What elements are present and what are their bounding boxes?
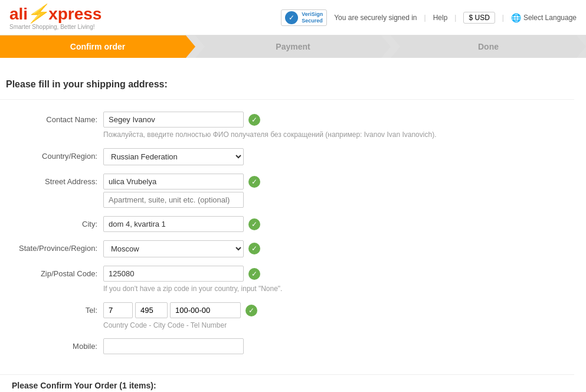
logo-area: ali⚡xpress Smarter Shopping, Better Livi… xyxy=(9,5,102,30)
contact-name-hint: Пожалуйста, введите полностью ФИО получа… xyxy=(103,130,436,140)
progress-step-payment: Payment xyxy=(195,35,391,58)
divider3: | xyxy=(502,14,504,22)
header-right: ✓ VeriSignSecured You are securely signe… xyxy=(281,9,577,26)
state-input-group: Moscow ✓ xyxy=(103,240,260,257)
contact-name-valid-icon: ✓ xyxy=(248,114,260,126)
street-valid-icon: ✓ xyxy=(248,176,260,188)
logo: ali⚡xpress xyxy=(9,5,102,22)
logo-express-text: xpress xyxy=(48,5,102,23)
tel-hint: Country Code - City Code - Tel Number xyxy=(103,321,257,331)
progress-bar: Confirm order Payment Done xyxy=(0,35,586,58)
city-field: ✓ xyxy=(103,216,260,232)
tel-city-input[interactable] xyxy=(135,302,168,318)
logo-lightning: ⚡ xyxy=(27,5,48,22)
contact-name-input[interactable] xyxy=(103,112,244,128)
street-field: ✓ xyxy=(103,174,260,208)
street-label: Street Address: xyxy=(12,174,103,186)
state-valid-icon: ✓ xyxy=(248,243,260,254)
mobile-field xyxy=(103,338,244,354)
country-field: Russian Federation xyxy=(103,148,244,165)
logo-ali-text: ali xyxy=(9,5,28,23)
header: ali⚡xpress Smarter Shopping, Better Livi… xyxy=(0,0,586,35)
verisign-check-icon: ✓ xyxy=(285,11,298,24)
street-input-2[interactable] xyxy=(103,192,244,208)
country-label: Country/Region: xyxy=(12,148,103,161)
zip-field: ✓ If you don't have a zip code in your c… xyxy=(103,266,282,294)
street-input[interactable] xyxy=(103,174,244,190)
main-content: Please fill in your shipping address: Co… xyxy=(0,58,586,392)
mobile-input[interactable] xyxy=(103,338,244,354)
help-link[interactable]: Help xyxy=(433,14,448,22)
zip-input[interactable] xyxy=(103,266,244,282)
zip-hint: If you don't have a zip code in your cou… xyxy=(103,284,282,294)
city-valid-icon: ✓ xyxy=(248,218,260,230)
state-label: State/Province/Region: xyxy=(12,240,103,253)
page-title: Please fill in your shipping address: xyxy=(0,70,574,100)
city-input-group: ✓ xyxy=(103,216,260,232)
divider2: | xyxy=(454,14,456,22)
progress-step-done: Done xyxy=(391,35,586,58)
form-container: Contact Name: ✓ Пожалуйста, введите полн… xyxy=(0,100,574,374)
divider1: | xyxy=(424,14,426,22)
zip-row: Zip/Postal Code: ✓ If you don't have a z… xyxy=(12,266,562,294)
tel-row: Tel: ✓ Country Code - City Code - Tel Nu… xyxy=(12,302,562,331)
zip-valid-icon: ✓ xyxy=(248,268,260,280)
mobile-label: Mobile: xyxy=(12,338,103,351)
tel-input-group: ✓ xyxy=(103,302,257,318)
contact-name-input-group: ✓ xyxy=(103,112,436,128)
mobile-row: Mobile: xyxy=(12,338,562,354)
currency-button[interactable]: $ USD xyxy=(463,12,495,24)
city-row: City: ✓ xyxy=(12,216,562,232)
progress-step-done-label: Done xyxy=(478,42,499,51)
progress-step-confirm-label: Confirm order xyxy=(70,42,125,51)
contact-name-field: ✓ Пожалуйста, введите полностью ФИО полу… xyxy=(103,112,436,140)
select-language-label: Select Language xyxy=(523,14,577,22)
select-language-button[interactable]: 🌐 Select Language xyxy=(511,13,577,22)
verisign-text: VeriSignSecured xyxy=(302,11,323,24)
state-row: State/Province/Region: Moscow ✓ xyxy=(12,240,562,257)
country-row: Country/Region: Russian Federation xyxy=(12,148,562,165)
tel-valid-icon: ✓ xyxy=(245,305,257,316)
tel-label: Tel: xyxy=(12,302,103,315)
contact-name-label: Contact Name: xyxy=(12,112,103,124)
progress-step-confirm: Confirm order xyxy=(0,35,195,58)
city-label: City: xyxy=(12,216,103,228)
logo-tagline: Smarter Shopping, Better Living! xyxy=(9,24,102,30)
street-input-group: ✓ xyxy=(103,174,260,190)
contact-name-row: Contact Name: ✓ Пожалуйста, введите полн… xyxy=(12,112,562,140)
globe-icon: 🌐 xyxy=(511,13,521,22)
tel-number-input[interactable] xyxy=(170,302,241,318)
section-footer: Please Confirm Your Order (1 items): xyxy=(0,374,574,392)
country-select[interactable]: Russian Federation xyxy=(103,148,244,165)
tel-field: ✓ Country Code - City Code - Tel Number xyxy=(103,302,257,331)
city-input[interactable] xyxy=(103,216,244,232)
tel-inputs xyxy=(103,302,241,318)
state-field: Moscow ✓ xyxy=(103,240,260,257)
progress-step-payment-label: Payment xyxy=(276,42,310,51)
secure-text: You are securely signed in xyxy=(334,14,417,22)
street-row: Street Address: ✓ xyxy=(12,174,562,208)
state-select[interactable]: Moscow xyxy=(103,240,244,257)
zip-input-group: ✓ xyxy=(103,266,282,282)
zip-label: Zip/Postal Code: xyxy=(12,266,103,278)
tel-country-input[interactable] xyxy=(103,302,133,318)
verisign-badge: ✓ VeriSignSecured xyxy=(281,9,327,26)
